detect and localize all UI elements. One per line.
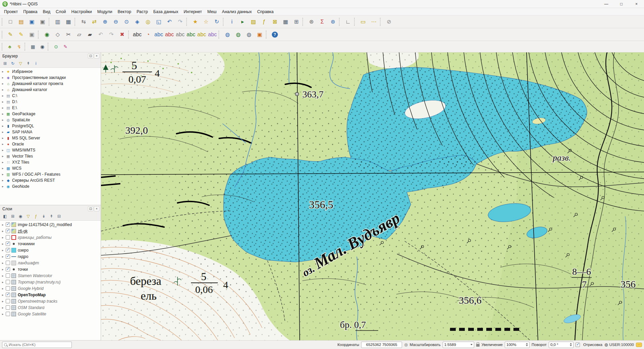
show-hide-labels-icon[interactable]: abc — [175, 30, 185, 40]
layer-checkbox[interactable] — [6, 242, 10, 246]
expand-arrow-icon[interactable] — [2, 242, 6, 246]
browser-item[interactable]: ⌂ Домашний каталог — [0, 87, 101, 93]
expand-arrow-icon[interactable] — [2, 136, 6, 140]
panel-close-button[interactable]: × — [94, 53, 99, 58]
settings-gear-icon[interactable]: ⊛ — [306, 17, 316, 27]
collapse-all-icon[interactable]: ↟ — [24, 60, 32, 67]
open-project-icon[interactable]: ▤ — [16, 17, 26, 27]
expand-arrow-icon[interactable] — [2, 179, 6, 182]
expand-arrow-icon[interactable] — [2, 100, 6, 103]
layer-checkbox[interactable] — [6, 312, 10, 316]
new-bookmark-icon[interactable]: ★ — [190, 17, 200, 27]
layer-checkbox[interactable] — [6, 261, 10, 265]
zoom-to-layer-icon[interactable]: ◱ — [154, 17, 164, 27]
expand-arrow-icon[interactable] — [2, 148, 6, 152]
move-label-icon[interactable]: abc — [186, 30, 196, 40]
layer-item[interactable]: гидро — [0, 253, 101, 260]
browser-item[interactable]: ▩ WCS — [0, 165, 101, 171]
layer-item[interactable]: Openstreetmap tracks — [0, 298, 101, 304]
pin-labels-icon[interactable]: abc — [154, 30, 164, 40]
coordinates-input[interactable] — [361, 342, 402, 348]
expand-arrow-icon[interactable] — [2, 161, 6, 164]
pan-to-selection-icon[interactable]: ⇄ — [89, 17, 99, 27]
browser-item[interactable]: ▰ SAP HANA — [0, 129, 101, 135]
save-project-icon[interactable]: ▣ — [27, 17, 37, 27]
expand-arrow-icon[interactable] — [2, 106, 6, 110]
expand-arrow-icon[interactable] — [2, 236, 6, 239]
expand-arrow-icon[interactable] — [2, 306, 6, 309]
lock-icon[interactable] — [476, 344, 480, 347]
menu-item[interactable]: Интернет — [181, 9, 205, 15]
layer-diagram-icon[interactable]: ◔ — [143, 30, 153, 40]
browser-item[interactable]: ◉ GeoNode — [0, 183, 101, 189]
expand-arrow-icon[interactable] — [2, 261, 6, 265]
expand-all-layers-icon[interactable]: ↡ — [40, 213, 47, 220]
browser-properties-icon[interactable]: i — [32, 60, 40, 67]
redo-icon[interactable]: ↷ — [106, 30, 116, 40]
layer-checkbox[interactable] — [6, 229, 10, 233]
browser-item[interactable]: ◆ Серверы ArcGIS REST — [0, 177, 101, 183]
zoom-to-selection-icon[interactable]: ◎ — [143, 17, 153, 27]
toolbar-grip[interactable] — [2, 43, 4, 50]
help-icon[interactable]: ? — [270, 30, 280, 40]
browser-item[interactable]: ◍ SpatiaLite — [0, 117, 101, 123]
add-group-icon[interactable]: ⊞ — [9, 213, 16, 220]
layer-item[interactable]: озеро — [0, 247, 101, 253]
browser-item[interactable]: ◈ Пространственные закладки — [0, 75, 101, 81]
layer-item[interactable]: Google Satellite — [0, 311, 101, 317]
rotation-spin[interactable]: 0,0 ° — [549, 342, 574, 348]
map-tips-icon[interactable]: ▭ — [358, 17, 368, 27]
maximize-button[interactable]: □ — [614, 0, 629, 8]
layout-manager-icon[interactable]: ▦ — [63, 17, 73, 27]
browser-item[interactable]: ▦ GeoPackage — [0, 111, 101, 117]
expand-arrow-icon[interactable] — [2, 312, 6, 316]
layer-checkbox[interactable] — [6, 222, 10, 227]
toolbar-grip[interactable] — [2, 18, 4, 26]
zoom-out-icon[interactable]: ⊖ — [111, 17, 121, 27]
scale-combo[interactable]: 1:5589 — [443, 342, 474, 348]
open-attribute-table-icon[interactable]: ▦ — [281, 17, 291, 27]
map-export-icon[interactable]: ▦ — [29, 42, 37, 51]
expand-arrow-icon[interactable] — [2, 112, 6, 116]
expand-arrow-icon[interactable] — [2, 76, 6, 79]
layer-item[interactable]: точки — [0, 266, 101, 272]
osm-place-search-icon[interactable]: ⊙ — [52, 42, 60, 51]
layer-checkbox[interactable] — [6, 305, 10, 310]
messages-balloon-icon[interactable] — [636, 343, 642, 347]
spinner-arrows-icon[interactable] — [526, 343, 528, 346]
vertex-tool-icon[interactable]: ◇ — [53, 30, 63, 40]
zoom-next-icon[interactable]: ↷ — [175, 17, 185, 27]
panel-float-button[interactable]: ⊡ — [88, 206, 93, 211]
panel-close-button[interactable]: × — [94, 206, 99, 211]
new-print-layout-icon[interactable]: ▥ — [53, 17, 63, 27]
save-project-as-icon[interactable]: ▣ — [38, 17, 48, 27]
save-layer-edits-icon[interactable]: ▣ — [27, 30, 37, 40]
layer-checkbox[interactable] — [6, 299, 10, 303]
browser-item[interactable]: ▤ C:\ — [0, 93, 101, 99]
filter-expression-icon[interactable]: ƒ — [32, 213, 40, 220]
delete-selected-icon[interactable]: ✖ — [117, 30, 127, 40]
measure-icon[interactable]: ∟ — [343, 17, 353, 27]
filter-browser-icon[interactable]: ▽ — [17, 60, 24, 67]
refresh-map-icon[interactable]: ↻ — [212, 17, 222, 27]
layer-item[interactable]: imgw-114175424 (2)_modified — [0, 221, 101, 228]
menu-item[interactable]: База данных — [151, 9, 181, 15]
zoom-full-icon[interactable]: ◈ — [132, 17, 142, 27]
expand-arrow-icon[interactable] — [2, 94, 6, 97]
layer-item[interactable]: ландшафт — [0, 260, 101, 266]
browser-item[interactable]: ▦ Vector Tiles — [0, 153, 101, 159]
browser-item[interactable]: ▤ E:\ — [0, 105, 101, 111]
manage-themes-icon[interactable]: ◉ — [17, 213, 24, 220]
browser-item[interactable]: ⌂ Домашний каталог проекта — [0, 81, 101, 87]
menu-item[interactable]: Модули — [95, 9, 115, 15]
layer-item[interactable]: OpenTopoMap — [0, 292, 101, 298]
new-project-icon[interactable]: □ — [5, 17, 15, 27]
menu-item[interactable]: Слой — [53, 9, 68, 15]
expand-arrow-icon[interactable] — [2, 88, 6, 91]
undo-icon[interactable]: ↶ — [96, 30, 106, 40]
expand-arrow-icon[interactable] — [2, 300, 6, 303]
expand-arrow-icon[interactable] — [2, 118, 6, 122]
menu-item[interactable]: Вектор — [115, 9, 134, 15]
zoom-in-icon[interactable]: ⊕ — [100, 17, 110, 27]
menu-item[interactable]: Правка — [20, 9, 40, 15]
